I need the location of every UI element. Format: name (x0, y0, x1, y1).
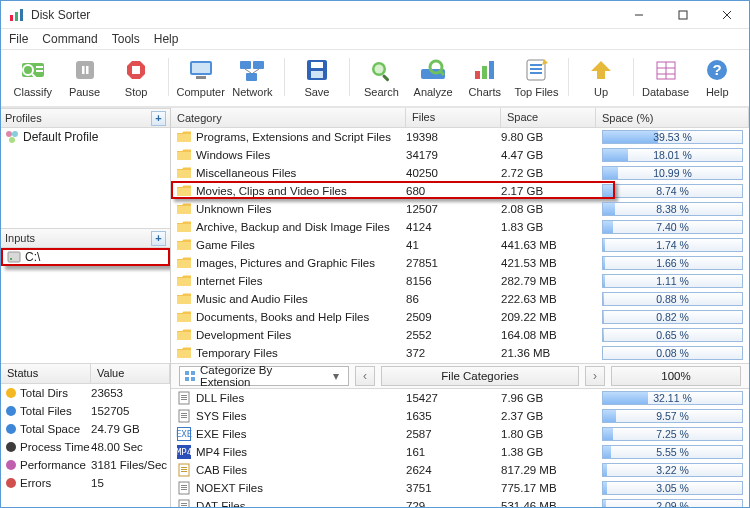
percent-bar: 32.11 % (602, 391, 743, 405)
category-list[interactable]: Programs, Extensions and Script Files193… (171, 128, 749, 363)
search-button[interactable]: Search (356, 54, 408, 100)
category-row[interactable]: Internet Files8156282.79 MB1.11 % (171, 272, 749, 290)
category-space: 2.08 GB (501, 203, 596, 215)
category-files: 2509 (406, 311, 501, 323)
category-row[interactable]: Development Files2552164.08 MB0.65 % (171, 326, 749, 344)
extension-row[interactable]: DAT Files729531.46 MB2.09 % (171, 497, 749, 507)
profile-item[interactable]: Default Profile (1, 128, 170, 146)
category-row[interactable]: Windows Files341794.47 GB18.01 % (171, 146, 749, 164)
window-minimize[interactable] (617, 1, 661, 28)
category-row[interactable]: Documents, Books and Help Files2509209.2… (171, 308, 749, 326)
extension-row[interactable]: MP4MP4 Files1611.38 GB5.55 % (171, 443, 749, 461)
status-header-status[interactable]: Status (1, 364, 91, 383)
status-icon (5, 441, 17, 453)
svg-point-54 (6, 388, 16, 398)
extension-space: 531.46 MB (501, 500, 596, 507)
profiles-header: Profiles + (1, 108, 170, 128)
extension-row[interactable]: DLL Files154277.96 GB32.11 % (171, 389, 749, 407)
categorize-combo[interactable]: Categorize By Extension ▾ (179, 366, 349, 386)
topfiles-button[interactable]: Top Files (511, 54, 563, 100)
pause-button[interactable]: Pause (59, 54, 111, 100)
file-icon: MP4 (177, 445, 191, 459)
extension-row[interactable]: CAB Files2624817.29 MB3.22 % (171, 461, 749, 479)
extensions-list[interactable]: DLL Files154277.96 GB32.11 %SYS Files163… (171, 389, 749, 507)
menu-help[interactable]: Help (154, 32, 179, 46)
profiles-add-button[interactable]: + (151, 111, 166, 126)
zoom-button[interactable]: 100% (611, 366, 741, 386)
extension-row[interactable]: NOEXT Files3751775.17 MB3.05 % (171, 479, 749, 497)
inputs-add-button[interactable]: + (151, 231, 166, 246)
window-maximize[interactable] (661, 1, 705, 28)
category-space: 282.79 MB (501, 275, 596, 287)
svg-rect-87 (181, 469, 187, 470)
extension-label: EXE Files (196, 428, 247, 440)
status-icon (5, 405, 17, 417)
category-space: 421.53 MB (501, 257, 596, 269)
nav-next-button[interactable]: › (585, 366, 605, 386)
category-files: 19398 (406, 131, 501, 143)
stop-button[interactable]: Stop (110, 54, 162, 100)
svg-rect-53 (10, 258, 12, 260)
category-label: Internet Files (196, 275, 262, 287)
toolbar: ClassifyPauseStopComputerNetworkSaveSear… (1, 49, 749, 107)
svg-rect-73 (185, 371, 189, 375)
extension-label: SYS Files (196, 410, 247, 422)
label: Top Files (514, 86, 558, 98)
file-categories-button[interactable]: File Categories (381, 366, 579, 386)
menu-command[interactable]: Command (42, 32, 97, 46)
up-icon (585, 56, 617, 84)
category-space: 164.08 MB (501, 329, 596, 341)
extension-label: DLL Files (196, 392, 244, 404)
extension-row[interactable]: SYS Files16352.37 GB9.57 % (171, 407, 749, 425)
col-files[interactable]: Files (406, 108, 501, 127)
charts-icon (469, 56, 501, 84)
category-row[interactable]: Movies, Clips and Video Files6802.17 GB8… (171, 182, 749, 200)
status-value: 3181 Files/Sec (91, 459, 170, 471)
svg-rect-18 (192, 63, 210, 73)
percent-bar: 0.88 % (602, 292, 743, 306)
col-percent[interactable]: Space (%) (596, 108, 749, 127)
network-button[interactable]: Network (227, 54, 279, 100)
category-row[interactable]: Game Files41441.63 MB1.74 % (171, 236, 749, 254)
status-row: Total Dirs23653 (1, 384, 170, 402)
nav-prev-button[interactable]: ‹ (355, 366, 375, 386)
computer-button[interactable]: Computer (175, 54, 227, 100)
svg-rect-80 (181, 399, 187, 400)
folder-icon (177, 275, 191, 287)
window-title: Disk Sorter (31, 8, 617, 22)
topfiles-icon (520, 56, 552, 84)
menu-tools[interactable]: Tools (112, 32, 140, 46)
svg-rect-84 (181, 417, 187, 418)
help-button[interactable]: ?Help (691, 54, 743, 100)
svg-rect-67 (177, 260, 191, 268)
svg-rect-78 (181, 395, 187, 396)
category-row[interactable]: Miscellaneous Files402502.72 GB10.99 % (171, 164, 749, 182)
col-space[interactable]: Space (501, 108, 596, 127)
percent-bar: 3.05 % (602, 481, 743, 495)
svg-point-57 (6, 442, 16, 452)
col-category[interactable]: Category (171, 108, 406, 127)
analyze-button[interactable]: Analyze (407, 54, 459, 100)
svg-rect-0 (10, 15, 13, 21)
svg-rect-79 (181, 397, 187, 398)
extension-label: MP4 Files (196, 446, 247, 458)
category-row[interactable]: Temporary Files37221.36 MB0.08 % (171, 344, 749, 362)
input-item[interactable]: C:\ (1, 248, 170, 266)
save-button[interactable]: Save (291, 54, 343, 100)
menu-file[interactable]: File (9, 32, 28, 46)
svg-rect-2 (20, 9, 23, 21)
category-row[interactable]: Music and Audio Files86222.63 MB0.88 % (171, 290, 749, 308)
category-row[interactable]: Programs, Extensions and Script Files193… (171, 128, 749, 146)
category-row[interactable]: Archive, Backup and Disk Image Files4124… (171, 218, 749, 236)
extension-row[interactable]: EXEEXE Files25871.80 GB7.25 % (171, 425, 749, 443)
category-row[interactable]: Unknown Files125072.08 GB8.38 % (171, 200, 749, 218)
extension-files: 2624 (406, 464, 501, 476)
category-label: Documents, Books and Help Files (196, 311, 369, 323)
up-button[interactable]: Up (575, 54, 627, 100)
classify-button[interactable]: Classify (7, 54, 59, 100)
database-button[interactable]: Database (640, 54, 692, 100)
charts-button[interactable]: Charts (459, 54, 511, 100)
category-row[interactable]: Images, Pictures and Graphic Files278514… (171, 254, 749, 272)
window-close[interactable] (705, 1, 749, 28)
status-header-value[interactable]: Value (91, 364, 170, 383)
